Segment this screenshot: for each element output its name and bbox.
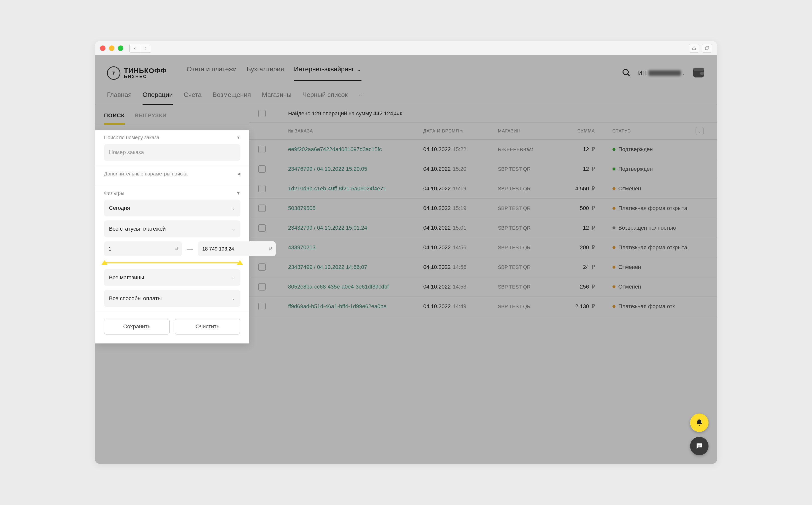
chevron-down-icon: ▼ <box>236 136 240 140</box>
search-by-order-label: Поиск по номеру заказа <box>104 135 159 140</box>
period-value: Сегодня <box>109 205 130 211</box>
amount-max-input[interactable] <box>198 241 276 256</box>
slider-track <box>104 262 240 264</box>
share-button[interactable] <box>689 44 699 53</box>
clear-button[interactable]: Очистить <box>175 319 240 335</box>
back-button[interactable]: ‹ <box>129 44 140 53</box>
filters-label: Фильтры <box>104 190 124 196</box>
period-select[interactable]: Сегодня ⌄ <box>104 200 240 216</box>
order-number-input[interactable] <box>104 144 240 161</box>
amount-min-input[interactable] <box>104 241 182 256</box>
amount-slider[interactable] <box>104 260 240 265</box>
pay-methods-select[interactable]: Все способы оплаты ⌄ <box>104 290 240 307</box>
share-icon <box>692 46 696 50</box>
traffic-lights <box>100 45 123 51</box>
save-button[interactable]: Сохранить <box>104 319 170 335</box>
shops-value: Все магазины <box>109 274 144 281</box>
history-nav: ‹ › <box>129 44 151 53</box>
status-select[interactable]: Все статусы платежей ⌄ <box>104 220 240 237</box>
titlebar: ‹ › <box>95 41 717 55</box>
window-minimize[interactable] <box>109 45 114 51</box>
search-by-order-head[interactable]: Поиск по номеру заказа ▼ <box>104 135 240 140</box>
app: ₮ ТИНЬКОФФ БИЗНЕС Счета и платежи Бухгал… <box>95 55 717 464</box>
forward-button[interactable]: › <box>140 44 151 53</box>
extra-params-head[interactable]: Дополнительные параметры поиска ◀ <box>104 171 240 177</box>
chevron-down-icon: ⌄ <box>232 205 235 211</box>
extra-params-label: Дополнительные параметры поиска <box>104 171 188 177</box>
range-dash: — <box>187 245 193 252</box>
search-panel: Поиск по номеру заказа ▼ Дополнительные … <box>95 130 249 343</box>
notifications-fab[interactable] <box>690 413 708 432</box>
tabs-icon <box>705 46 709 50</box>
browser-window: ‹ › ₮ ТИНЬКОФФ БИЗНЕС Счета и платежи <box>95 41 717 464</box>
ruble-icon: ₽ <box>175 246 179 252</box>
ruble-icon: ₽ <box>269 246 272 252</box>
window-close[interactable] <box>100 45 106 51</box>
chat-icon <box>695 442 703 450</box>
chevron-down-icon: ⌄ <box>232 296 235 301</box>
slider-handle-min[interactable] <box>102 260 107 265</box>
bell-icon <box>695 419 703 427</box>
chevron-left-icon: ◀ <box>237 171 240 176</box>
status-value: Все статусы платежей <box>109 226 166 232</box>
filters-head[interactable]: Фильтры ▼ <box>104 190 240 196</box>
chevron-down-icon: ▼ <box>236 191 240 196</box>
chevron-down-icon: ⌄ <box>232 226 235 231</box>
chat-fab[interactable] <box>690 437 708 455</box>
shops-select[interactable]: Все магазины ⌄ <box>104 269 240 286</box>
tabs-button[interactable] <box>702 44 712 53</box>
svg-rect-0 <box>705 47 708 50</box>
chevron-down-icon: ⌄ <box>232 275 235 280</box>
pay-methods-value: Все способы оплаты <box>109 295 162 302</box>
slider-handle-max[interactable] <box>237 260 243 265</box>
window-fullscreen[interactable] <box>118 45 123 51</box>
